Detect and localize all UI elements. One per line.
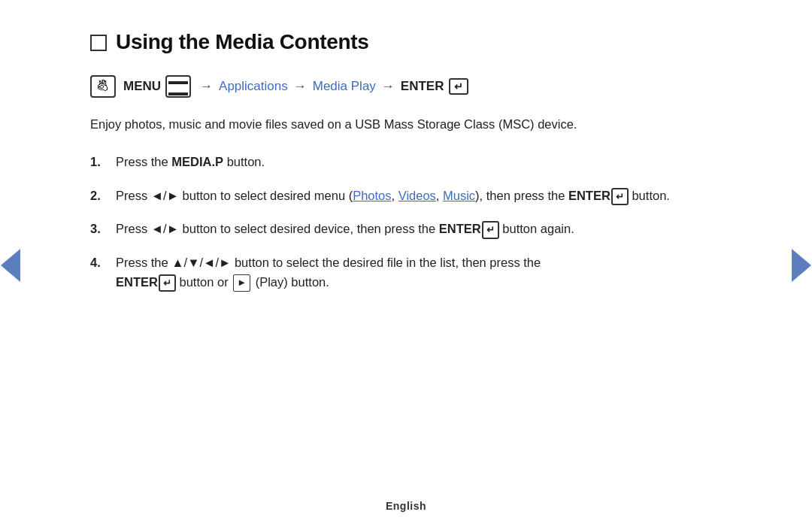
videos-link[interactable]: Videos (398, 189, 436, 202)
step-4-enter-bold: ENTER (116, 275, 158, 289)
step-4: 4. Press the ▲/▼/◄/► button to select th… (90, 253, 722, 292)
applications-link[interactable]: Applications (219, 79, 288, 94)
step-3-number: 3. (90, 219, 107, 238)
menu-grid-icon: ▬▬▬▬ (165, 75, 191, 98)
description-text: Enjoy photos, music and movie files save… (90, 114, 722, 134)
menu-hand-icon: 🖏 (90, 75, 116, 98)
step-3-enter-bold: ENTER (439, 222, 481, 235)
step-1-bold: MEDIA.P (171, 155, 223, 168)
step-4-content: Press the ▲/▼/◄/► button to select the d… (116, 253, 722, 292)
page-title: Using the Media Contents (116, 30, 369, 54)
menu-label: MENU (123, 79, 161, 94)
music-link[interactable]: Music (443, 189, 475, 202)
step-2-enter-box: ↵ (611, 188, 629, 206)
enter-box: ↵ (449, 78, 468, 95)
media-play-link[interactable]: Media Play (313, 79, 376, 94)
checkbox-icon (90, 35, 107, 51)
page-title-row: Using the Media Contents (90, 30, 722, 54)
step-1: 1. Press the MEDIA.P button. (90, 152, 722, 171)
step-2: 2. Press ◄/► button to select desired me… (90, 186, 722, 205)
step-2-number: 2. (90, 186, 107, 205)
step-3: 3. Press ◄/► button to select desired de… (90, 219, 722, 238)
play-box: ► (233, 274, 250, 292)
step-3-content: Press ◄/► button to select desired devic… (116, 219, 722, 238)
menu-arrow-2: → (294, 79, 307, 94)
enter-label: ENTER (401, 79, 444, 94)
menu-arrow-3: → (382, 79, 395, 94)
menu-arrow-1: → (200, 79, 213, 94)
step-2-content: Press ◄/► button to select desired menu … (116, 186, 722, 205)
footer-language: English (0, 500, 812, 512)
step-4-enter-box: ↵ (159, 274, 176, 292)
step-1-content: Press the MEDIA.P button. (116, 152, 722, 171)
step-1-number: 1. (90, 152, 107, 171)
menu-path: 🖏 MENU ▬▬▬▬ → Applications → Media Play … (90, 75, 722, 98)
photos-link[interactable]: Photos (353, 189, 391, 202)
step-3-enter-box: ↵ (482, 221, 499, 239)
steps-list: 1. Press the MEDIA.P button. 2. Press ◄/… (90, 152, 722, 292)
step-4-number: 4. (90, 253, 107, 272)
step-2-enter-bold: ENTER (568, 189, 611, 202)
